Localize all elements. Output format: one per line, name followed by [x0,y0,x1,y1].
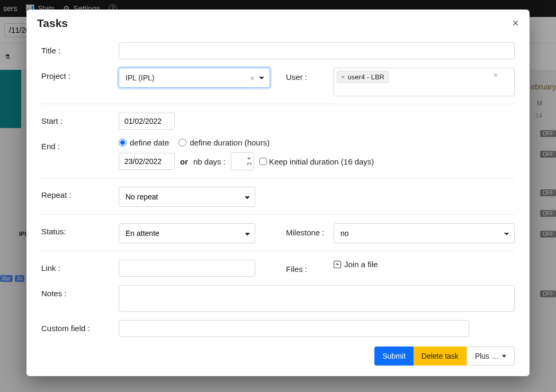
title-input[interactable] [119,42,515,59]
project-select[interactable]: IPL (IPL) × [119,68,270,88]
plus-icon: + [334,261,341,268]
keep-duration-checkbox[interactable]: Keep initial duration (16 days) [259,157,374,166]
plus-dropdown-button[interactable]: Plus … [467,347,515,366]
label-repeat: Repeat : [41,187,119,199]
label-end: End : [41,138,119,151]
label-status: Status: [41,223,119,236]
project-selected-value: IPL (IPL) [125,74,155,82]
or-label: or [180,157,188,166]
close-button[interactable]: × [512,17,519,29]
label-notes: Notes : [41,285,119,298]
remove-tag-icon[interactable]: × [341,73,345,81]
modal-title: Tasks [37,17,68,30]
nb-days-input[interactable] [231,152,254,170]
custom-field-input[interactable] [119,320,469,337]
clear-users-icon[interactable]: × [494,71,498,79]
label-custom: Custom field : [41,320,119,333]
start-date-input[interactable] [119,113,175,130]
delete-task-button[interactable]: Delete task [414,347,467,366]
submit-button[interactable]: Submit [374,347,414,366]
user-multiselect[interactable]: × user4 - LBR × [334,68,515,96]
end-date-input[interactable] [119,153,175,170]
label-link: Link : [41,260,119,272]
label-start: Start : [41,113,119,125]
task-modal: Tasks × Title : Project : IPL (IPL) × [26,10,530,376]
end-define-duration-radio[interactable]: define duration (hours) [178,138,270,147]
clear-icon[interactable]: × [250,74,255,83]
status-select[interactable]: En attente [119,223,255,243]
chevron-down-icon [502,355,506,358]
user-tag: × user4 - LBR [337,71,389,83]
label-title: Title : [41,42,119,55]
close-icon: × [512,16,519,30]
label-user: User : [286,68,334,81]
label-project: Project : [41,68,119,80]
label-files: Files : [286,260,334,274]
chevron-down-icon [259,77,264,79]
label-milestone: Milestone : [286,223,334,237]
join-file-link[interactable]: + Join a file [334,260,378,269]
user-tag-label: user4 - LBR [348,73,384,81]
milestone-select[interactable]: no [334,223,515,243]
notes-textarea[interactable] [119,285,515,312]
link-input[interactable] [119,260,255,277]
end-define-date-radio[interactable]: define date [119,138,169,147]
nb-days-label: nb days : [193,157,226,166]
repeat-select[interactable]: No repeat [119,187,255,207]
